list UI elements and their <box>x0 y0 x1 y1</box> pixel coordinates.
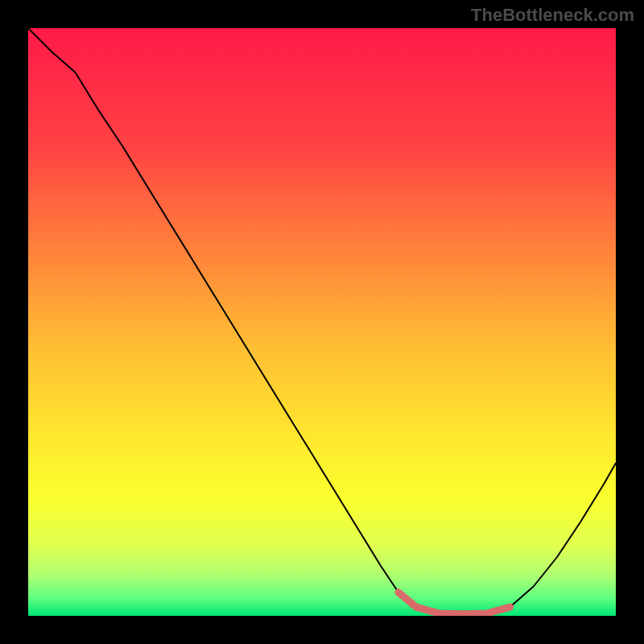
curve-layer <box>28 28 616 616</box>
highlight-region <box>398 592 510 614</box>
plot-area <box>28 28 616 616</box>
bottleneck-curve <box>28 28 616 614</box>
watermark-text: TheBottleneck.com <box>471 5 634 26</box>
chart-container: TheBottleneck.com <box>0 0 644 644</box>
